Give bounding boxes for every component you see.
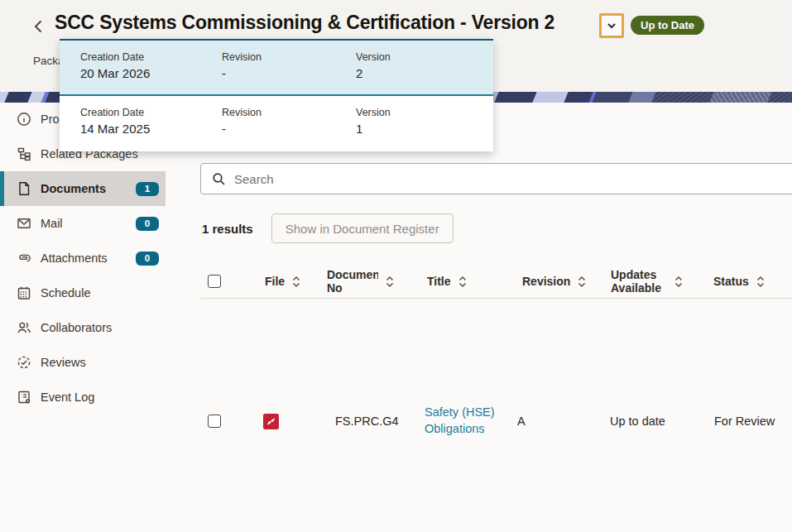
row-checkbox[interactable] — [208, 415, 221, 428]
revision-label: Revision — [222, 51, 356, 63]
select-all-checkbox[interactable] — [208, 275, 221, 288]
status-value: For Review — [714, 415, 775, 428]
sort-chevrons-icon[interactable] — [578, 276, 586, 288]
documents-count-badge: 1 — [136, 182, 159, 196]
page-title: SCC Systems Commissioning & Certificatio… — [55, 12, 554, 34]
sidebar-item-label: Collaborators — [41, 321, 112, 334]
calendar-icon — [17, 285, 31, 300]
paperclip-icon — [17, 251, 31, 266]
sidebar-item-reviews[interactable]: Reviews — [0, 345, 166, 380]
pdf-file-icon — [263, 414, 279, 429]
sidebar-item-label: Reviews — [41, 356, 86, 369]
search-icon — [212, 172, 226, 186]
table-header-divider — [200, 298, 792, 299]
column-header-revision: Revision — [522, 275, 570, 288]
table-header-row: File Document No Title Revision Updates … — [200, 265, 792, 298]
chevron-left-icon — [31, 19, 46, 34]
chevron-down-icon — [605, 19, 618, 32]
document-title-link[interactable]: Safety (HSE) Obligations — [425, 405, 501, 437]
version-option-1[interactable]: Creation Date 14 Mar 2025 Revision - Ver… — [60, 96, 493, 151]
sidebar-item-label: Pro — [41, 113, 60, 126]
mail-icon — [17, 216, 31, 231]
sort-chevrons-icon[interactable] — [674, 276, 683, 288]
creation-date-label: Creation Date — [80, 51, 222, 63]
sidebar-item-label: Attachments — [41, 252, 108, 265]
sidebar-item-documents[interactable]: Documents 1 — [0, 171, 166, 206]
sort-chevrons-icon[interactable] — [292, 276, 300, 288]
column-header-status: Status — [713, 275, 749, 288]
sidebar-item-label: Documents — [41, 182, 106, 195]
version-dropdown-toggle[interactable] — [599, 13, 624, 38]
column-header-title: Title — [427, 275, 451, 288]
search-input[interactable] — [234, 172, 792, 186]
sidebar-item-label: Event Log — [41, 391, 94, 404]
sort-chevrons-icon[interactable] — [458, 276, 467, 288]
sort-chevrons-icon[interactable] — [756, 276, 765, 288]
results-toolbar: 1 results Show in Document Register — [202, 213, 454, 244]
column-header-file: File — [265, 275, 285, 288]
sidebar-item-label: Mail — [41, 217, 63, 230]
version-dropdown: Creation Date 20 Mar 2026 Revision - Ver… — [60, 39, 493, 151]
version-label: Version — [356, 107, 493, 118]
version-value: 1 — [356, 122, 493, 136]
sidebar-item-mail[interactable]: Mail 0 — [0, 206, 166, 241]
info-icon — [17, 112, 31, 127]
back-button[interactable] — [31, 18, 48, 35]
updates-available-value: Up to date — [610, 415, 665, 428]
results-count: 1 results — [202, 222, 253, 236]
revision-value: - — [222, 66, 356, 80]
sidebar-item-schedule[interactable]: Schedule — [0, 276, 166, 310]
revision-label: Revision — [222, 107, 356, 118]
hierarchy-icon — [17, 146, 31, 161]
search-box[interactable] — [200, 163, 792, 194]
show-in-register-button[interactable]: Show in Document Register — [271, 213, 454, 243]
documents-panel: 1 results Show in Document Register File… — [200, 102, 792, 532]
revision-value: A — [517, 415, 526, 428]
document-no: FS.PRC.G4 — [335, 415, 399, 428]
version-option-2[interactable]: Creation Date 20 Mar 2026 Revision - Ver… — [60, 41, 493, 96]
table-row[interactable]: FS.PRC.G4 Safety (HSE) Obligations A Up … — [200, 404, 792, 439]
sidebar-item-attachments[interactable]: Attachments 0 — [0, 241, 166, 276]
sort-chevrons-icon[interactable] — [386, 276, 394, 288]
creation-date-label: Creation Date — [80, 107, 222, 118]
version-label: Version — [356, 51, 493, 63]
revision-value: - — [222, 122, 356, 136]
event-log-icon — [17, 390, 31, 405]
column-header-updates-available: Updates Available — [611, 268, 667, 295]
sidebar-item-event-log[interactable]: Event Log — [0, 380, 166, 415]
people-icon — [17, 320, 31, 335]
package-detail-page: SCC Systems Commissioning & Certificatio… — [0, 0, 792, 532]
creation-date-value: 20 Mar 2026 — [80, 66, 222, 80]
review-cycle-icon — [17, 355, 31, 370]
column-header-document-no: Document No — [327, 268, 378, 295]
document-icon — [17, 181, 31, 196]
sidebar-item-collaborators[interactable]: Collaborators — [0, 310, 166, 345]
version-value: 2 — [356, 66, 493, 80]
status-badge: Up to Date — [631, 16, 704, 35]
mail-count-badge: 0 — [136, 217, 159, 231]
attachments-count-badge: 0 — [136, 252, 159, 266]
sidebar-item-label: Schedule — [41, 286, 90, 300]
creation-date-value: 14 Mar 2025 — [80, 122, 222, 136]
